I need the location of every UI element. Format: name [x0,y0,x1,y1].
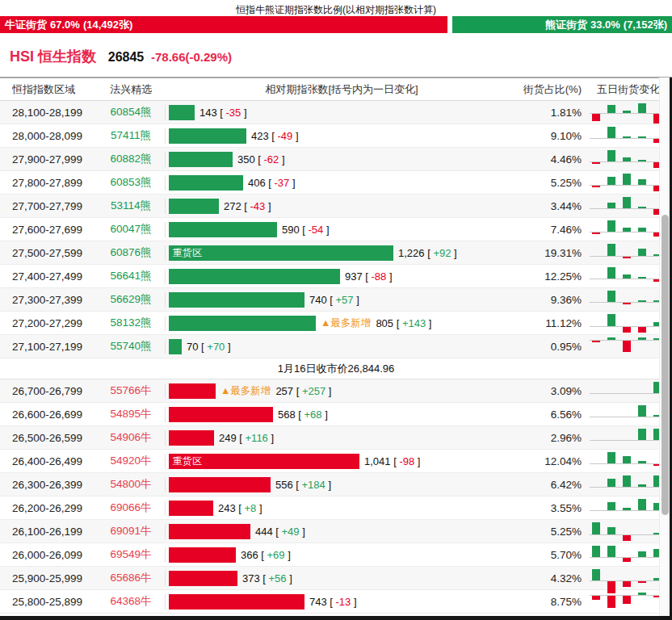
index-range: 26,700-26,799 [0,385,97,397]
table-row: 26,300-26,39954800牛556 [ +184 ]6.42% [0,473,672,496]
mini-bar-up [607,479,615,487]
five-day-chart [590,312,667,334]
daily-change-value: -35 [226,107,242,119]
table-header-row: 恒指指数区域 法兴精选 相对期指张数[括号内为一日变化] 街货占比(%) 五日街… [0,78,672,101]
bar-value-text: 1,226 [ +92 ] [398,247,457,259]
index-range: 27,200-27,299 [0,317,97,329]
five-day-chart [590,336,667,358]
outstanding-pct: 9.36% [551,294,582,306]
warrant-code-cell: 54906牛 [97,430,165,445]
warrant-code-link[interactable]: 60882熊 [110,153,151,165]
bear-ratio-segment: 熊证街货 33.0% (7,152张) [452,16,672,33]
outstanding-pct-cell: 9.10% [515,130,585,142]
volume-bar-cell: 444 [ +49 ] [165,524,515,539]
warrant-code-link[interactable]: 60854熊 [110,106,151,118]
volume-bar-cell: 272 [ -43 ] [165,199,515,214]
warrant-code-link[interactable]: 69066牛 [110,501,151,513]
five-day-chart [590,380,667,402]
warrant-code-link[interactable]: 54895牛 [110,408,151,420]
warrant-code-link[interactable]: 69549牛 [110,548,151,560]
mini-bar-up [592,522,600,534]
header-outstanding-pct: 街货占比(%) [515,82,585,97]
warrant-code-link[interactable]: 54800牛 [110,478,151,490]
warrant-code-link[interactable]: 55766牛 [110,384,151,396]
warrant-code-link[interactable]: 57411熊 [111,129,151,141]
outstanding-pct: 0.95% [551,341,582,353]
outstanding-pct-cell: 1.81% [515,107,585,119]
mini-bar-down [623,596,631,604]
warrant-code-link[interactable]: 60876熊 [110,246,151,258]
table-row: 25,800-25,89964368牛743 [ -13 ]8.75% [0,590,672,614]
volume-bar [169,292,304,308]
bar-value-text: 805 [ +143 ] [376,317,431,329]
outstanding-pct: 2.96% [551,432,582,444]
bar-value-text: 350 [ -62 ] [237,153,285,165]
volume-bar [169,152,233,167]
warrant-code-link[interactable]: 53114熊 [111,199,151,212]
warrant-code-cell: 69091牛 [97,524,165,538]
mini-bar-up [607,150,615,161]
mini-bar-up [638,179,646,185]
bull-ratio-label: 牛证街货 [5,18,47,32]
mini-bar-up [623,456,631,463]
bar-value-text: 272 [ -43 ] [224,200,271,212]
index-range: 26,200-26,299 [0,502,97,514]
index-range: 27,600-27,699 [0,224,97,236]
warrant-code-link[interactable]: 54906牛 [110,431,151,443]
mini-bar-down [592,341,600,342]
warrant-code-link[interactable]: 54920牛 [110,455,151,467]
volume-bar: 重货区 [169,245,393,261]
warrant-code-link[interactable]: 64368牛 [110,595,151,607]
volume-bar-cell: 568 [ +68 ] [165,407,515,422]
mini-bar-down [623,535,631,541]
scrollbar-track[interactable] [659,78,670,616]
daily-change-value: +56 [269,572,287,584]
mini-bar-up [638,207,646,208]
five-day-chart [590,266,667,287]
mini-bar-down [592,232,600,234]
volume-bar [169,269,340,284]
warrant-code-link[interactable]: 60047熊 [110,223,151,235]
mini-bar-down [592,114,600,121]
close-price-separator: 1月16日收市价26,844.96 [0,358,672,379]
outstanding-pct: 12.04% [544,455,582,467]
mini-bar-up [638,593,646,595]
volume-bar-cell: 249 [ +116 ] [165,430,515,446]
volume-bar [169,316,316,331]
mini-bar-up [623,508,631,510]
volume-bar [169,222,277,237]
volume-bar [169,105,195,120]
outstanding-pct: 5.70% [551,549,582,561]
warrant-code-link[interactable]: 65686牛 [110,572,151,584]
table-row: 26,700-26,79955766牛▲最多新增257 [ +257 ]3.09… [0,379,672,403]
warrant-code-link[interactable]: 58132熊 [110,316,151,329]
bar-value-text: 373 [ +56 ] [242,572,292,584]
daily-change-value: -37 [275,177,290,189]
mini-bar-up [607,203,615,208]
daily-change-value: +184 [302,479,326,491]
table-row: 27,700-27,79953114熊272 [ -43 ]3.44% [0,195,672,218]
bar-value-text: 740 [ +57 ] [309,294,359,306]
warrant-code-link[interactable]: 56629熊 [110,293,151,305]
warrant-code-link[interactable]: 69091牛 [110,525,151,537]
table-row: 27,500-27,59960876熊重货区1,226 [ +92 ]19.31… [0,241,672,265]
outstanding-pct-cell: 5.70% [515,549,585,561]
warrant-code-link[interactable]: 55740熊 [110,340,151,352]
warrant-code-cell: 60047熊 [97,222,165,237]
header-index-range: 恒指指数区域 [0,82,97,97]
mini-bar-up [607,244,615,256]
mini-bar-up [623,136,631,138]
most-added-label: ▲最多新增 [220,384,271,398]
table-row: 26,600-26,69954895牛568 [ +68 ]6.56% [0,403,672,426]
outstanding-pct-cell: 4.46% [515,153,585,165]
warrant-code-link[interactable]: 60853熊 [110,176,151,188]
mini-bar-down [623,303,631,304]
scrollbar-thumb[interactable] [662,215,669,515]
chart-baseline [590,510,667,511]
volume-bar-cell: 366 [ +69 ] [165,547,515,563]
five-day-chart [590,450,667,472]
index-name: HSI 恒生指数 [10,48,96,65]
five-day-chart [590,544,667,566]
warrant-code-link[interactable]: 56641熊 [110,270,151,282]
index-range: 26,500-26,599 [0,432,97,444]
